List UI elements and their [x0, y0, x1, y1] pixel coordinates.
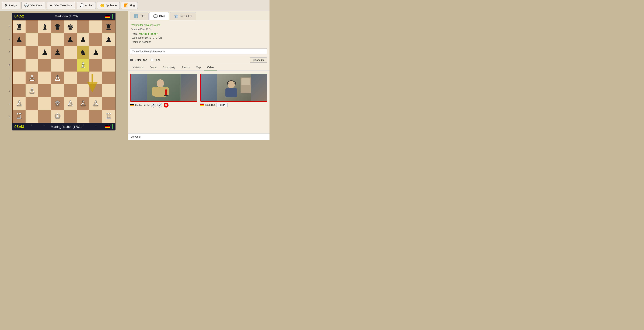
resign-button[interactable]: ✖ Resign: [2, 2, 20, 9]
square-g1[interactable]: [90, 110, 102, 123]
square-g8[interactable]: [90, 20, 102, 33]
video-card-player2: Mark-finn Report: [200, 74, 268, 107]
offer-draw-button[interactable]: 💬 Offer Draw: [21, 2, 45, 9]
square-c5[interactable]: [38, 59, 51, 71]
square-g7[interactable]: [90, 33, 102, 46]
report-button[interactable]: Report: [216, 103, 228, 107]
square-f2[interactable]: ♙: [77, 97, 90, 110]
square-g2[interactable]: ♙: [90, 97, 102, 110]
svg-rect-8: [165, 89, 167, 96]
applaude-button[interactable]: 🤲 Applaude: [97, 2, 120, 9]
square-e4[interactable]: [64, 71, 77, 84]
recipient-row: -> Mark-finn To All Shortcuts: [128, 56, 270, 64]
square-a3[interactable]: [13, 84, 26, 97]
square-d4[interactable]: ♙: [51, 71, 64, 84]
square-f3[interactable]: [77, 84, 90, 97]
video-controls-player2: Mark-finn Report: [200, 103, 268, 107]
camera-btn-player1[interactable]: ⚙: [151, 103, 156, 108]
square-c4[interactable]: [38, 71, 51, 84]
square-h6[interactable]: [102, 46, 115, 59]
square-h4[interactable]: [102, 71, 115, 84]
piece-g6: ♟: [92, 49, 99, 56]
square-e5[interactable]: [64, 59, 77, 71]
square-e8[interactable]: ♚: [64, 20, 77, 33]
chess-board[interactable]: ♜♝♛♚♜♟♟♟♟♟♟♞♟♗♙♙♙♙♕♙♙♙♖♔♖: [12, 20, 116, 123]
square-a1[interactable]: ♖: [13, 110, 26, 123]
toolbar: ✖ Resign 💬 Offer Draw ↩ Offer Take Back …: [0, 0, 270, 11]
square-c7[interactable]: [38, 33, 51, 46]
square-c2[interactable]: [38, 97, 51, 110]
square-e6[interactable]: [64, 46, 77, 59]
sub-tab-community[interactable]: Community: [160, 64, 178, 71]
square-b7[interactable]: [26, 33, 38, 46]
mic-btn-player1[interactable]: 🎤: [157, 103, 162, 108]
sub-tab-map[interactable]: Map: [193, 64, 204, 71]
square-g4[interactable]: [90, 71, 102, 84]
square-b8[interactable]: [26, 20, 38, 33]
square-f5[interactable]: ♗: [77, 59, 90, 71]
square-f8[interactable]: [77, 20, 90, 33]
svg-rect-9: [164, 95, 168, 96]
square-d5[interactable]: [51, 59, 64, 71]
sub-tab-friends[interactable]: Friends: [178, 64, 193, 71]
square-a5[interactable]: [13, 59, 26, 71]
square-h7[interactable]: ♟: [102, 33, 115, 46]
rank-coords: 87654321: [9, 20, 10, 123]
square-c6[interactable]: ♟: [38, 46, 51, 59]
square-b4[interactable]: ♙: [26, 71, 38, 84]
tab-info[interactable]: ℹ️ Info: [130, 12, 148, 20]
piece-h1: ♖: [105, 112, 112, 120]
square-d2[interactable]: ♕: [51, 97, 64, 110]
square-b1[interactable]: [26, 110, 38, 123]
square-d6[interactable]: ♟: [51, 46, 64, 59]
sub-tab-video[interactable]: Video: [204, 64, 217, 71]
arbiter-button[interactable]: 💭 Arbiter: [77, 2, 96, 9]
sub-tab-invitations[interactable]: Invitations: [129, 64, 147, 71]
offer-take-back-button[interactable]: ↩ Offer Take Back: [47, 2, 75, 9]
square-a7[interactable]: ♟: [13, 33, 26, 46]
square-h2[interactable]: [102, 97, 115, 110]
square-g3[interactable]: [90, 84, 102, 97]
square-c8[interactable]: ♝: [38, 20, 51, 33]
square-g5[interactable]: [90, 59, 102, 71]
square-c3[interactable]: [38, 84, 51, 97]
square-a2[interactable]: ♙: [13, 97, 26, 110]
square-e1[interactable]: [64, 110, 77, 123]
recipient-mark-finn[interactable]: -> Mark-finn: [130, 59, 147, 61]
square-a4[interactable]: [13, 71, 26, 84]
square-h5[interactable]: [102, 59, 115, 71]
square-b6[interactable]: [26, 46, 38, 59]
square-h1[interactable]: ♖: [102, 110, 115, 123]
tab-chat[interactable]: 💬 Chat: [149, 12, 170, 20]
square-a6[interactable]: [13, 46, 26, 59]
square-g6[interactable]: ♟: [90, 46, 102, 59]
square-e7[interactable]: ♟: [64, 33, 77, 46]
close-video-btn-player1[interactable]: ✕: [164, 103, 168, 108]
square-b2[interactable]: [26, 97, 38, 110]
square-d7[interactable]: [51, 33, 64, 46]
square-d1[interactable]: ♔: [51, 110, 64, 123]
shortcuts-button[interactable]: Shortcuts: [250, 57, 268, 63]
recipient-to-all[interactable]: To All: [150, 59, 160, 61]
square-b3[interactable]: ♙: [26, 84, 38, 97]
square-f4[interactable]: [77, 71, 90, 84]
chat-input[interactable]: [130, 48, 268, 54]
square-f1[interactable]: [77, 110, 90, 123]
square-c1[interactable]: [38, 110, 51, 123]
square-d8[interactable]: ♛: [51, 20, 64, 33]
square-a8[interactable]: ♜: [13, 20, 26, 33]
ping-button[interactable]: 📶 Ping: [121, 2, 138, 9]
square-e2[interactable]: ♙: [64, 97, 77, 110]
tab-your-club[interactable]: 🏛️ Your Club: [170, 12, 196, 20]
player2-flag: [200, 103, 204, 106]
square-f7[interactable]: ♟: [77, 33, 90, 46]
svg-rect-17: [234, 82, 236, 84]
sub-tab-game[interactable]: Game: [147, 64, 160, 71]
square-e3[interactable]: [64, 84, 77, 97]
square-d3[interactable]: [51, 84, 64, 97]
square-b5[interactable]: [26, 59, 38, 71]
square-f6[interactable]: ♞: [77, 46, 90, 59]
square-h8[interactable]: ♜: [102, 20, 115, 33]
square-h3[interactable]: [102, 84, 115, 97]
status-text: Server ok: [131, 135, 141, 138]
